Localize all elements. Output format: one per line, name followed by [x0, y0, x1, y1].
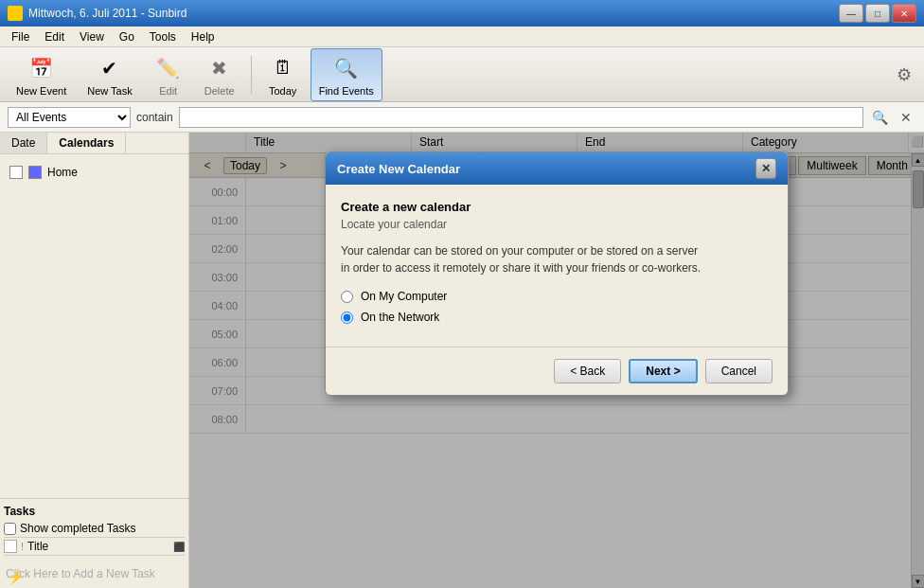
dialog-footer: < Back Next > Cancel — [326, 347, 788, 395]
menu-help[interactable]: Help — [184, 28, 222, 45]
task-options-icon[interactable]: ⬛ — [173, 542, 185, 552]
tab-calendars[interactable]: Calendars — [47, 133, 126, 153]
menu-tools[interactable]: Tools — [142, 28, 184, 45]
menu-file[interactable]: File — [4, 28, 37, 45]
delete-icon: ✖ — [204, 53, 235, 83]
contain-label: contain — [136, 111, 173, 124]
edit-icon: ✏️ — [153, 53, 184, 83]
show-completed-tasks[interactable]: Show completed Tasks — [4, 520, 185, 537]
modal-overlay: Create New Calendar ✕ Create a new calen… — [189, 133, 924, 588]
search-button[interactable]: 🔍 — [869, 107, 890, 128]
dialog-title-bar: Create New Calendar ✕ — [326, 152, 788, 185]
on-my-computer-radio[interactable] — [341, 291, 353, 303]
toolbar-separator — [251, 56, 252, 94]
new-event-button[interactable]: 📅 New Event — [8, 48, 75, 101]
today-button[interactable]: 🗓 Today — [259, 48, 307, 101]
dialog-heading: Create a new calendar — [341, 200, 773, 214]
tasks-columns: ! Title ⬛ — [4, 537, 185, 556]
tasks-header: Tasks — [4, 503, 185, 520]
find-events-icon: 🔍 — [331, 53, 362, 83]
menu-go[interactable]: Go — [112, 28, 142, 45]
menu-edit[interactable]: Edit — [37, 28, 72, 45]
dialog-subheading: Locate your calendar — [341, 218, 773, 231]
task-complete-col — [4, 540, 17, 553]
delete-button[interactable]: ✖ Delete — [196, 48, 243, 101]
menu-bar: File Edit View Go Tools Help — [0, 27, 924, 47]
cancel-button[interactable]: Cancel — [705, 359, 773, 383]
find-events-button[interactable]: 🔍 Find Events — [311, 48, 382, 101]
on-my-computer-label[interactable]: On My Computer — [361, 290, 447, 303]
calendar-color — [28, 166, 42, 179]
on-the-network-label[interactable]: On the Network — [361, 311, 439, 324]
back-button[interactable]: < Back — [554, 359, 621, 383]
next-button[interactable]: Next > — [629, 359, 697, 383]
add-task-area[interactable]: Click Here to Add a New Task — [4, 563, 185, 584]
event-filter-select[interactable]: All Events — [8, 107, 131, 128]
dialog-body: Create a new calendar Locate your calend… — [326, 185, 788, 347]
menu-view[interactable]: View — [72, 28, 112, 45]
today-icon: 🗓 — [268, 53, 298, 83]
dialog-title: Create New Calendar — [337, 162, 460, 176]
close-search-button[interactable]: ✕ — [896, 107, 916, 128]
window-title: Mittwoch, 6. Juli 2011 - Sunbird — [28, 7, 839, 20]
edit-button[interactable]: ✏️ Edit — [145, 48, 192, 101]
radio-option-network: On the Network — [341, 311, 773, 324]
dialog-close-button[interactable]: ✕ — [755, 158, 776, 179]
calendar-content: Title Start End Category ⬜ < Today > Wee… — [189, 133, 924, 588]
app-icon — [8, 6, 23, 21]
radio-option-computer: On My Computer — [341, 290, 773, 303]
window-close-button[interactable]: ✕ — [892, 4, 916, 23]
calendar-name: Home — [47, 166, 78, 179]
list-item: Home — [8, 162, 181, 183]
new-task-button[interactable]: ✔ New Task — [79, 48, 140, 101]
tasks-section: Tasks Show completed Tasks ! Title ⬛ Cli… — [0, 498, 188, 588]
on-the-network-radio[interactable] — [341, 312, 353, 324]
calendars-list: Home — [0, 154, 188, 498]
show-completed-checkbox[interactable] — [4, 523, 16, 535]
search-input[interactable] — [179, 107, 863, 128]
search-bar: All Events contain 🔍 ✕ — [0, 102, 924, 133]
new-event-icon: 📅 — [27, 53, 57, 83]
gear-button[interactable]: ⚙ — [892, 62, 916, 87]
minimize-button[interactable]: — — [839, 4, 863, 23]
dialog-description: Your calendar can be stored on your comp… — [341, 242, 773, 276]
title-bar: Mittwoch, 6. Juli 2011 - Sunbird — □ ✕ — [0, 0, 924, 27]
tab-date[interactable]: Date — [0, 133, 47, 153]
maximize-button[interactable]: □ — [865, 4, 890, 23]
calendar-checkbox[interactable] — [9, 166, 23, 179]
main-area: Date Calendars Home Tasks Show completed… — [0, 133, 924, 588]
toolbar: 📅 New Event ✔ New Task ✏️ Edit ✖ Delete … — [0, 47, 924, 102]
dialog: Create New Calendar ✕ Create a new calen… — [325, 151, 789, 396]
calendar-tabs: Date Calendars — [0, 133, 188, 154]
new-task-icon: ✔ — [95, 53, 125, 83]
lightning-icon: ⚡ — [8, 569, 24, 584]
left-panel: Date Calendars Home Tasks Show completed… — [0, 133, 189, 588]
